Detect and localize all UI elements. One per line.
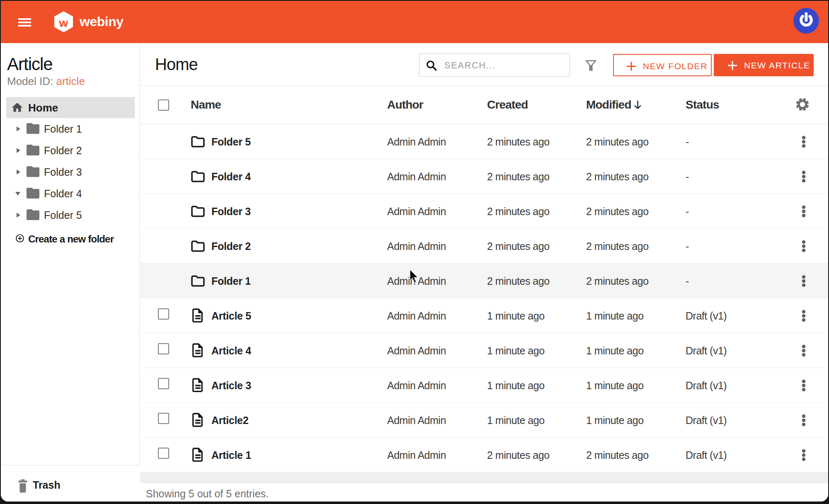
svg-text:w: w <box>59 17 68 29</box>
